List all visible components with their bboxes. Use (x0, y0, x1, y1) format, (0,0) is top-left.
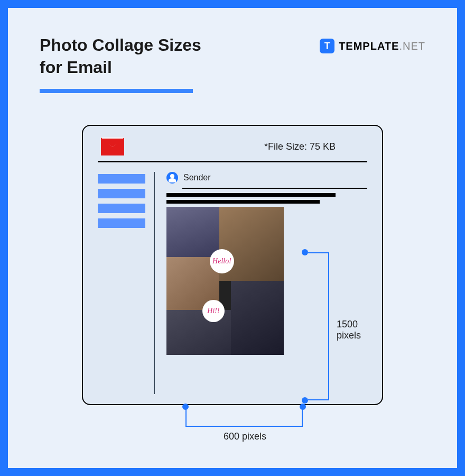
height-bracket (308, 252, 329, 400)
sidebar-line (98, 189, 145, 198)
sender-underline (182, 188, 367, 189)
sender-label: Sender (183, 173, 211, 182)
collage-with-dimensions: Hello! Hi!! 1500 pixels 600 pixels (166, 207, 367, 355)
bracket-dot (302, 397, 308, 404)
sidebar-line (98, 174, 145, 184)
sidebar-line (98, 204, 145, 213)
subject-line (166, 200, 320, 204)
page-title: Photo Collage Sizes for Email (40, 34, 201, 78)
mail-icon (101, 138, 124, 155)
title-underline (40, 89, 193, 93)
photo-collage: Hello! Hi!! (166, 207, 284, 355)
title-line-2: for Email (40, 58, 112, 77)
speech-bubble: Hello! (210, 249, 234, 273)
header: Photo Collage Sizes for Email T TEMPLATE… (40, 34, 425, 93)
subject-lines (166, 193, 367, 204)
email-content: Sender Hello! Hi!! (166, 172, 367, 394)
speech-bubble: Hi!! (202, 300, 225, 322)
title-line-1: Photo Collage Sizes (40, 35, 201, 54)
bracket-dot (300, 404, 306, 410)
brand-name: TEMPLATE (339, 40, 399, 52)
sender-row: Sender (166, 172, 367, 184)
collage-photo (231, 281, 284, 355)
brand-logo: T TEMPLATE.NET (320, 39, 425, 53)
page: Photo Collage Sizes for Email T TEMPLATE… (8, 8, 457, 468)
height-label: 1500 pixels (337, 319, 367, 341)
brand-suffix: .NET (399, 40, 425, 52)
width-bracket (185, 408, 303, 427)
avatar-icon (166, 172, 178, 184)
collage-photo (166, 207, 219, 257)
width-label: 600 pixels (224, 431, 266, 442)
sidebar (98, 172, 145, 394)
bracket-dot (302, 249, 308, 255)
brand-text: TEMPLATE.NET (339, 40, 425, 52)
title-block: Photo Collage Sizes for Email (40, 34, 201, 93)
vertical-divider (154, 172, 155, 394)
email-mockup: *File Size: 75 KB Sender (82, 125, 383, 405)
email-body: Sender Hello! Hi!! (98, 172, 367, 394)
sidebar-line (98, 218, 145, 228)
subject-line (166, 193, 336, 197)
header-divider (98, 161, 367, 162)
brand-icon: T (320, 39, 334, 53)
email-header: *File Size: 75 KB (98, 138, 367, 155)
filesize-label: *File Size: 75 KB (264, 141, 336, 152)
